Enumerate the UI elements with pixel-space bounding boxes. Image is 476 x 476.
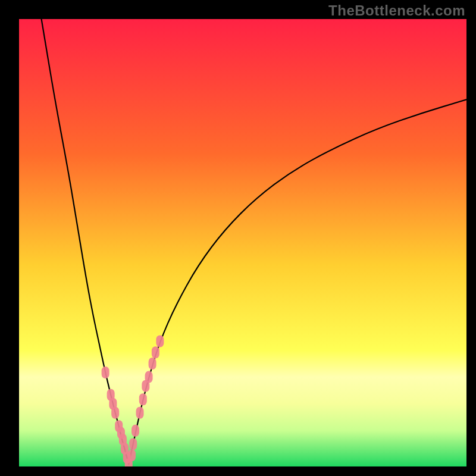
marker-dot <box>131 425 139 437</box>
marker-dot <box>102 367 109 378</box>
watermark-text: TheBottleneck.com <box>328 2 465 19</box>
marker-dot <box>152 346 159 358</box>
marker-dot <box>128 449 136 461</box>
marker-dot <box>145 371 153 383</box>
marker-dot <box>111 407 119 419</box>
marker-dot <box>129 438 137 450</box>
marker-dot <box>149 358 156 369</box>
marker-dot <box>136 407 144 419</box>
marker-dot <box>156 335 164 347</box>
chart-frame: TheBottleneck.com <box>0 0 476 476</box>
plot-area <box>19 19 466 466</box>
marker-layer <box>19 19 466 466</box>
marker-dot <box>139 393 147 405</box>
